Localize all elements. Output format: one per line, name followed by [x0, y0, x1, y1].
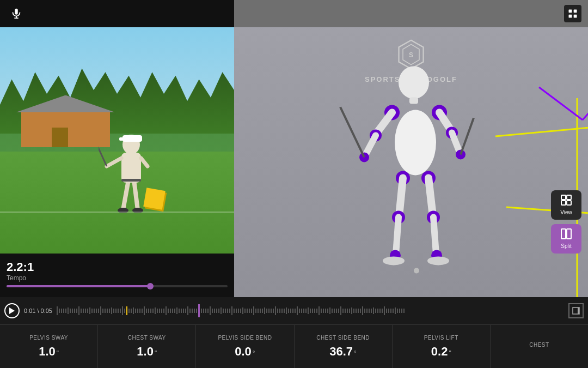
tick-mark [295, 309, 296, 313]
tick-mark [61, 309, 62, 313]
svg-line-4 [134, 180, 138, 210]
tick-mark [194, 309, 195, 313]
tempo-value: 2.2:1 [7, 260, 228, 274]
tick-mark [338, 309, 339, 313]
left-video-panel: 2.2:1 Tempo [0, 0, 234, 297]
tick-mark [179, 309, 180, 313]
tick-mark [229, 309, 230, 313]
svg-point-27 [399, 66, 429, 99]
tick-mark [323, 309, 324, 313]
tick-mark [255, 309, 256, 313]
tick-mark [139, 309, 140, 313]
tick-mark [124, 309, 125, 313]
tick-mark [371, 309, 372, 313]
metric-unit: ° [253, 349, 255, 357]
metric-cell: PELVIS LIFT0.2" [393, 325, 491, 368]
tick-mark [364, 309, 365, 313]
tick-mark [63, 309, 64, 313]
tick-mark [72, 309, 73, 313]
metric-value: 1.0 [137, 345, 154, 359]
tick-mark [292, 309, 293, 313]
tick-mark [279, 309, 280, 313]
tick-mark [393, 309, 394, 313]
svg-line-26 [539, 87, 583, 120]
tools-icon[interactable] [564, 5, 581, 22]
timeline-row: 0:01 \ 0:05 [0, 297, 588, 324]
tick-mark [174, 309, 175, 313]
tick-mark [240, 309, 241, 313]
svg-rect-57 [561, 201, 566, 205]
tick-mark [94, 309, 95, 313]
play-button[interactable] [4, 303, 20, 318]
tick-mark [172, 309, 173, 313]
tick-mark [318, 306, 320, 315]
metric-unit: ° [354, 349, 357, 357]
metric-cell: CHEST SIDE BEND36.7° [295, 325, 393, 368]
scene-3d: S SPORTSBOX 3DGOLF [234, 27, 588, 297]
progress-thumb[interactable] [147, 283, 154, 289]
view-button[interactable]: View [551, 190, 581, 220]
metric-label: CHEST SIDE BEND [316, 334, 370, 341]
tick-mark [273, 309, 274, 313]
tick-mark [325, 309, 326, 313]
tick-mark [375, 309, 376, 313]
metric-unit: " [155, 349, 157, 357]
tick-mark [83, 309, 84, 313]
svg-rect-10 [119, 137, 126, 141]
metric-cell: PELVIS SIDE BEND0.0° [196, 325, 294, 368]
yellow-cube [143, 188, 166, 210]
tick-marks [57, 297, 564, 324]
mic-icon[interactable] [9, 6, 24, 21]
metric-cell: CHEST [491, 325, 588, 368]
tick-mark [284, 309, 285, 313]
tick-mark [159, 309, 160, 313]
svg-rect-60 [567, 229, 571, 239]
tick-mark [85, 309, 86, 313]
svg-point-52 [414, 268, 419, 273]
tick-mark [321, 309, 322, 313]
tick-mark [59, 309, 60, 313]
svg-line-43 [428, 178, 433, 216]
tick-mark [68, 307, 69, 314]
tick-mark [314, 309, 315, 313]
tick-mark [290, 309, 291, 313]
tick-mark [386, 309, 387, 313]
tick-mark [362, 306, 363, 315]
tick-mark [81, 309, 82, 313]
tick-mark [251, 309, 252, 313]
tick-mark [266, 309, 267, 313]
tick-mark [157, 309, 158, 313]
progress-bar[interactable] [7, 285, 228, 287]
tick-mark [207, 309, 209, 313]
tick-mark [150, 309, 151, 313]
tick-mark [377, 309, 378, 313]
tick-mark [218, 309, 219, 313]
tick-mark [236, 309, 237, 313]
split-button[interactable]: Split [551, 224, 581, 254]
tick-mark [301, 309, 302, 313]
tick-mark [310, 309, 311, 313]
tick-mark [297, 306, 298, 315]
svg-rect-17 [569, 15, 572, 18]
split-button-label: Split [561, 243, 571, 249]
tick-mark [155, 307, 156, 314]
time-display: 0:01 \ 0:05 [24, 307, 52, 314]
tick-mark [401, 309, 402, 313]
svg-point-51 [427, 256, 449, 265]
svg-rect-28 [409, 97, 418, 104]
tick-mark [231, 306, 232, 315]
tick-mark [384, 306, 385, 315]
metric-unit: " [449, 349, 451, 357]
tick-mark [57, 306, 58, 315]
tick-mark [216, 309, 217, 313]
tick-mark [369, 309, 370, 313]
tick-mark [390, 309, 391, 313]
tick-mark [262, 309, 263, 313]
tick-mark [196, 309, 197, 313]
tick-mark [111, 307, 112, 314]
timeline-end-button[interactable] [568, 303, 584, 318]
ground-line [0, 212, 234, 213]
metric-cell: CHEST SWAY1.0" [98, 325, 196, 368]
tick-mark [271, 309, 272, 313]
tick-mark [214, 309, 215, 313]
